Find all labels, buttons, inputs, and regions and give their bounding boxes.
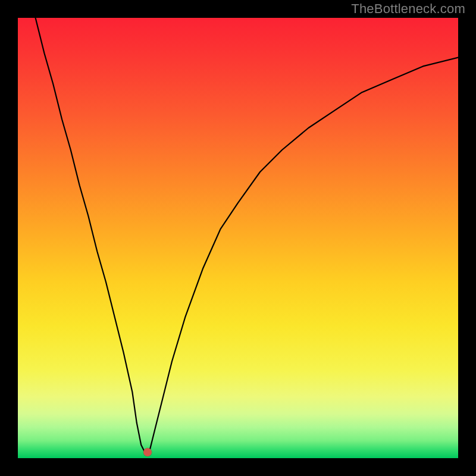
bottleneck-curve bbox=[18, 18, 458, 458]
watermark-text: TheBottleneck.com bbox=[351, 1, 465, 17]
plot-area bbox=[18, 18, 458, 458]
chart-container: TheBottleneck.com bbox=[0, 0, 476, 476]
curve-line bbox=[36, 18, 458, 454]
optimal-point-marker bbox=[143, 448, 152, 456]
